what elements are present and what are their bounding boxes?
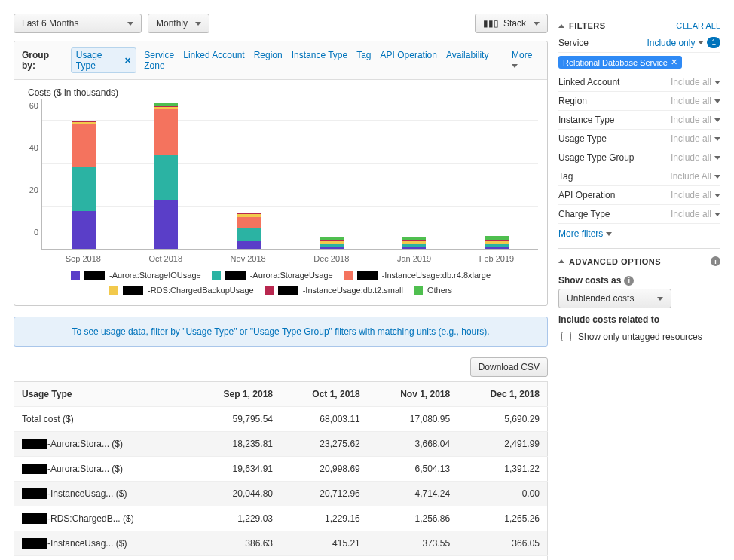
groupby-more[interactable]: More xyxy=(512,50,540,71)
caret-icon xyxy=(534,22,540,26)
table-cell: 1,156.81 xyxy=(280,556,368,561)
close-icon[interactable]: ✕ xyxy=(671,57,677,67)
groupby-tab[interactable]: API Operation xyxy=(381,50,437,60)
filter-chip[interactable]: Relational Database Service ✕ xyxy=(558,56,682,69)
table-header[interactable]: Usage Type xyxy=(14,382,191,407)
table-cell: 17,080.95 xyxy=(368,407,457,432)
groupby-tab[interactable]: Instance Type xyxy=(292,50,348,60)
table-cell: 19,634.91 xyxy=(191,457,280,482)
cost-table: Usage TypeSep 1, 2018Oct 1, 2018Nov 1, 2… xyxy=(14,381,548,560)
untagged-checkbox[interactable]: Show only untagged resources xyxy=(558,329,720,344)
filter-row[interactable]: TagInclude All xyxy=(558,167,720,186)
table-cell: 386.63 xyxy=(191,531,280,556)
caret-icon xyxy=(606,232,612,236)
table-cell: 68,003.11 xyxy=(280,407,368,432)
filter-row[interactable]: API OperationInclude all xyxy=(558,186,720,205)
row-label: Total cost ($) xyxy=(14,407,191,432)
table-header[interactable]: Oct 1, 2018 xyxy=(280,382,368,407)
caret-icon xyxy=(512,64,518,68)
bar-column xyxy=(154,103,178,249)
groupby-tab[interactable]: Service xyxy=(144,50,174,60)
filter-row[interactable]: Charge TypeInclude all xyxy=(558,205,720,224)
x-tick: Feb 2019 xyxy=(479,254,514,263)
row-label: xxx-Aurora:Stora... ($) xyxy=(14,457,191,482)
table-header[interactable]: Dec 1, 2018 xyxy=(457,382,547,407)
bar-column xyxy=(237,213,261,249)
legend-item: xx-InstanceUsage:db.r4.8xlarge xyxy=(344,271,491,280)
row-label: xxx-InstanceUsag... ($) xyxy=(14,482,191,506)
table-row: xxx-InstanceUsag... ($)386.63415.21373.5… xyxy=(14,531,548,556)
table-row: xxx-InstanceUsag... ($)20,044.8020,712.9… xyxy=(14,482,548,506)
date-range-dropdown[interactable]: Last 6 Months xyxy=(14,14,142,33)
groupby-tab[interactable]: Linked Account xyxy=(183,50,244,60)
chart-panel: Group by: Usage Type✕ ServiceLinked Acco… xyxy=(14,41,548,306)
chart-title: Costs ($ in thousands) xyxy=(28,87,538,98)
granularity-dropdown[interactable]: Monthly xyxy=(148,14,209,33)
bar-icon: ▮▮▯ xyxy=(483,18,499,29)
table-cell: 366.05 xyxy=(457,531,547,556)
table-cell: 23,275.62 xyxy=(280,432,368,457)
filter-row[interactable]: Linked AccountInclude all xyxy=(558,73,720,92)
caret-icon xyxy=(195,22,201,26)
filter-row[interactable]: ServiceInclude only 1 xyxy=(558,33,720,53)
sidebar: FILTERSCLEAR ALL ServiceInclude only 1Re… xyxy=(558,14,720,560)
row-label: xxx-InstanceUsag... ($) xyxy=(14,531,191,556)
table-cell: 20,712.96 xyxy=(280,482,368,506)
table-cell: 4,714.24 xyxy=(368,482,457,506)
groupby-tab[interactable]: Region xyxy=(254,50,283,60)
table-cell: 3,668.04 xyxy=(368,432,457,457)
close-icon[interactable]: ✕ xyxy=(124,56,131,66)
show-costs-label: Show costs as xyxy=(558,275,621,286)
groupby-bar: Group by: Usage Type✕ ServiceLinked Acco… xyxy=(14,41,547,80)
groupby-tab[interactable]: Tag xyxy=(356,50,371,60)
table-cell: 2,491.99 xyxy=(457,432,547,457)
groupby-active-chip[interactable]: Usage Type✕ xyxy=(71,47,136,73)
table-cell: 5,690.29 xyxy=(457,407,547,432)
table-cell: 373.55 xyxy=(368,531,457,556)
x-tick: Oct 2018 xyxy=(148,254,182,263)
caret-icon xyxy=(657,297,663,301)
legend-item: Others xyxy=(414,286,452,295)
filter-row[interactable]: Instance TypeInclude all xyxy=(558,111,720,130)
table-cell: 20,998.69 xyxy=(280,457,368,482)
row-label: xxx-InstanceUsag... ($) xyxy=(14,556,191,561)
table-cell: 20,044.80 xyxy=(191,482,280,506)
filter-row[interactable]: Usage TypeInclude all xyxy=(558,130,720,148)
filter-row[interactable]: RegionInclude all xyxy=(558,92,720,111)
download-csv-button[interactable]: Download CSV xyxy=(470,357,548,377)
table-cell: 0.00 xyxy=(457,482,547,506)
table-cell: 1,265.26 xyxy=(457,506,547,531)
table-header[interactable]: Sep 1, 2018 xyxy=(191,382,280,407)
clear-all-button[interactable]: CLEAR ALL xyxy=(676,21,720,30)
groupby-label: Group by: xyxy=(22,50,63,71)
x-tick: Sep 2018 xyxy=(66,254,101,263)
legend-item: xx-RDS:ChargedBackupUsage xyxy=(109,286,254,295)
table-cell: 415.21 xyxy=(280,531,368,556)
stack-dropdown[interactable]: ▮▮▯Stack xyxy=(475,14,548,33)
info-icon[interactable]: i xyxy=(711,256,720,266)
table-cell: 1,391.22 xyxy=(457,457,547,482)
table-row: xxx-InstanceUsag... ($)71.631,156.81392.… xyxy=(14,556,548,561)
legend-item: xx-Aurora:StorageUsage xyxy=(212,271,333,280)
y-axis: 6040200 xyxy=(23,99,41,250)
cost-type-dropdown[interactable]: Unblended costs xyxy=(558,289,671,308)
usage-notice: To see usage data, filter by "Usage Type… xyxy=(14,317,548,347)
table-row: xxx-Aurora:Stora... ($)19,634.9120,998.6… xyxy=(14,457,548,482)
table-row: xxx-Aurora:Stora... ($)18,235.8123,275.6… xyxy=(14,432,548,457)
collapse-icon[interactable] xyxy=(558,24,564,28)
table-row: Total cost ($)59,795.5468,003.1117,080.9… xyxy=(14,407,548,432)
table-header[interactable]: Nov 1, 2018 xyxy=(368,382,457,407)
collapse-icon[interactable] xyxy=(558,259,564,263)
bar-column xyxy=(402,237,426,249)
bar-column xyxy=(72,121,96,249)
x-axis: Sep 2018Oct 2018Nov 2018Dec 2018Jan 2019… xyxy=(23,254,538,263)
legend-item: xx-InstanceUsage:db.t2.small xyxy=(265,286,403,295)
bar-column xyxy=(320,237,344,249)
filter-row[interactable]: Usage Type GroupInclude all xyxy=(558,148,720,167)
table-cell: 392.08 xyxy=(368,556,457,561)
row-label: xxx-RDS:ChargedB... ($) xyxy=(14,506,191,531)
table-cell: 6,504.13 xyxy=(368,457,457,482)
more-filters-link[interactable]: More filters xyxy=(558,224,612,243)
chart-plot xyxy=(41,99,538,250)
info-icon[interactable]: i xyxy=(624,276,634,286)
